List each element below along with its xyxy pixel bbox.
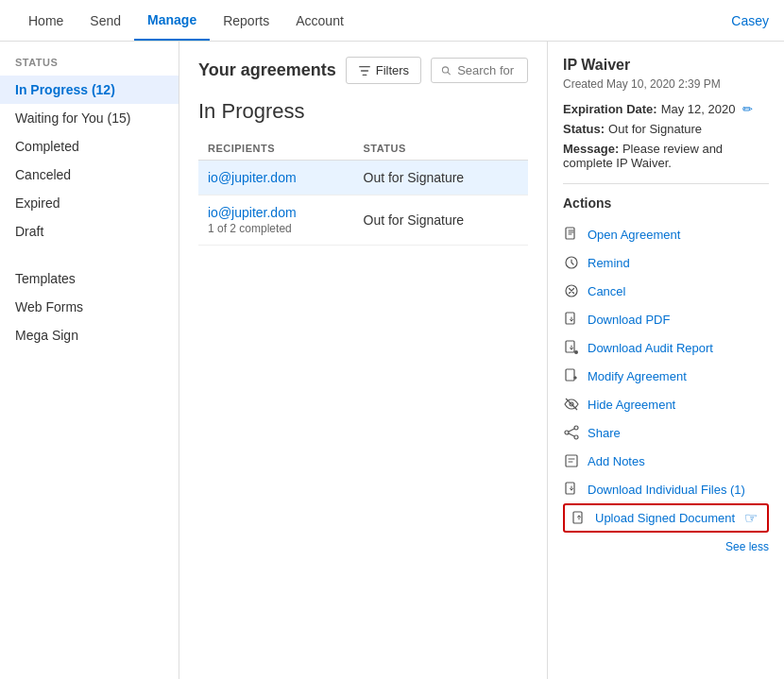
action-label: Download Audit Report <box>588 341 713 355</box>
sidebar-item-mega-sign[interactable]: Mega Sign <box>0 321 179 349</box>
open-agreement-icon <box>563 226 580 243</box>
action-download-pdf[interactable]: Download PDF <box>563 305 769 333</box>
nav-account[interactable]: Account <box>282 2 357 40</box>
cursor-icon: ☞ <box>744 509 758 527</box>
sidebar-section-other: Templates Web Forms Mega Sign <box>0 264 179 349</box>
action-download-audit[interactable]: Download Audit Report <box>563 333 769 362</box>
action-download-files[interactable]: Download Individual Files (1) <box>563 475 769 503</box>
col-recipients: RECIPIENTS <box>208 143 364 154</box>
right-panel: IP Waiver Created May 10, 2020 2:39 PM E… <box>548 42 784 679</box>
svg-point-11 <box>574 426 578 430</box>
svg-rect-5 <box>566 313 574 324</box>
download-files-icon <box>563 481 580 498</box>
action-upload-signed[interactable]: Upload Signed Document ☞ <box>563 503 769 533</box>
share-icon <box>563 424 580 441</box>
action-label: Hide Agreement <box>588 398 675 412</box>
agreement-created: Created May 10, 2020 2:39 PM <box>563 77 769 91</box>
nav-send[interactable]: Send <box>77 2 134 40</box>
svg-rect-6 <box>566 341 574 352</box>
action-share[interactable]: Share <box>563 418 769 447</box>
sidebar-item-completed[interactable]: Completed <box>0 132 179 161</box>
action-modify[interactable]: Modify Agreement <box>563 362 769 390</box>
row-status: Out for Signature <box>364 212 520 228</box>
remind-icon <box>563 254 580 271</box>
sidebar-item-templates[interactable]: Templates <box>0 264 179 293</box>
actions-title: Actions <box>563 195 769 211</box>
status-row: Status: Out for Signature <box>563 122 769 136</box>
action-label: Cancel <box>588 284 625 298</box>
svg-rect-16 <box>566 455 577 467</box>
nav-home[interactable]: Home <box>15 2 77 40</box>
action-label: Add Notes <box>588 454 645 468</box>
upload-icon <box>571 510 588 527</box>
sidebar-item-canceled[interactable]: Canceled <box>0 161 179 189</box>
col-status: STATUS <box>364 143 520 154</box>
see-less-link[interactable]: See less <box>563 540 769 553</box>
action-label: Upload Signed Document <box>595 511 735 525</box>
edit-expiration-icon[interactable]: ✏ <box>742 102 753 116</box>
agreement-title: IP Waiver <box>563 57 769 74</box>
action-label: Open Agreement <box>588 228 680 242</box>
sidebar-item-web-forms[interactable]: Web Forms <box>0 293 179 321</box>
hide-icon <box>563 396 580 413</box>
table-header: RECIPIENTS STATUS <box>198 137 528 161</box>
action-label: Download PDF <box>588 313 670 327</box>
user-name[interactable]: Casey <box>731 13 769 28</box>
cancel-icon <box>563 282 580 299</box>
search-input[interactable] <box>457 63 518 77</box>
filter-button[interactable]: Filters <box>346 57 421 84</box>
recipient-sub: 1 of 2 completed <box>208 222 364 235</box>
action-label: Remind <box>588 256 630 270</box>
svg-rect-18 <box>573 512 582 523</box>
recipient-email: io@jupiter.dom <box>208 205 364 220</box>
action-hide[interactable]: Hide Agreement <box>563 390 769 418</box>
sidebar: STATUS In Progress (12) Waiting for You … <box>0 42 179 679</box>
svg-line-1 <box>448 72 451 75</box>
action-open-agreement[interactable]: Open Agreement <box>563 220 769 248</box>
your-agreements-title: Your agreements <box>198 60 336 80</box>
expiration-value: May 12, 2020 <box>661 102 736 116</box>
filter-icon <box>358 64 371 77</box>
recipient-cell: io@jupiter.dom <box>208 170 364 185</box>
svg-line-14 <box>569 429 574 432</box>
svg-point-12 <box>574 435 578 439</box>
status-section-label: STATUS <box>0 57 179 76</box>
add-notes-icon <box>563 452 580 469</box>
expiration-row: Expiration Date: May 12, 2020 ✏ <box>563 102 769 116</box>
table-row[interactable]: io@jupiter.dom 1 of 2 completed Out for … <box>198 195 528 246</box>
sidebar-item-expired[interactable]: Expired <box>0 189 179 217</box>
download-pdf-icon <box>563 311 580 328</box>
sidebar-item-in-progress[interactable]: In Progress (12) <box>0 76 179 104</box>
svg-point-7 <box>574 350 578 354</box>
table-row[interactable]: io@jupiter.dom Out for Signature <box>198 161 528 195</box>
svg-point-13 <box>565 431 569 434</box>
main-layout: STATUS In Progress (12) Waiting for You … <box>0 42 784 679</box>
search-box <box>431 58 528 83</box>
message-row: Message: Please review and complete IP W… <box>563 142 769 170</box>
action-add-notes[interactable]: Add Notes <box>563 447 769 475</box>
recipient-cell: io@jupiter.dom 1 of 2 completed <box>208 205 364 235</box>
svg-rect-2 <box>566 228 574 239</box>
svg-point-0 <box>442 66 448 72</box>
row-status: Out for Signature <box>364 170 520 185</box>
sidebar-item-draft[interactable]: Draft <box>0 217 179 246</box>
nav-manage[interactable]: Manage <box>134 1 210 41</box>
action-label: Share <box>588 426 621 440</box>
svg-line-15 <box>569 433 574 436</box>
modify-icon <box>563 367 580 384</box>
nav-reports[interactable]: Reports <box>210 2 282 40</box>
recipient-email: io@jupiter.dom <box>208 170 364 185</box>
action-cancel[interactable]: Cancel <box>563 277 769 305</box>
action-label: Download Individual Files (1) <box>588 483 745 497</box>
action-remind[interactable]: Remind <box>563 248 769 277</box>
sidebar-item-waiting[interactable]: Waiting for You (15) <box>0 104 179 132</box>
svg-rect-8 <box>566 369 574 381</box>
center-panel: Your agreements Filters In Progress RECI… <box>179 42 548 679</box>
status-value: Out for Signature <box>608 122 702 136</box>
top-nav: Home Send Manage Reports Account Casey <box>0 0 784 42</box>
in-progress-title: In Progress <box>198 99 528 124</box>
search-icon <box>441 64 452 77</box>
status-label: Status: <box>563 122 605 136</box>
divider <box>563 183 769 184</box>
download-audit-icon <box>563 339 580 356</box>
